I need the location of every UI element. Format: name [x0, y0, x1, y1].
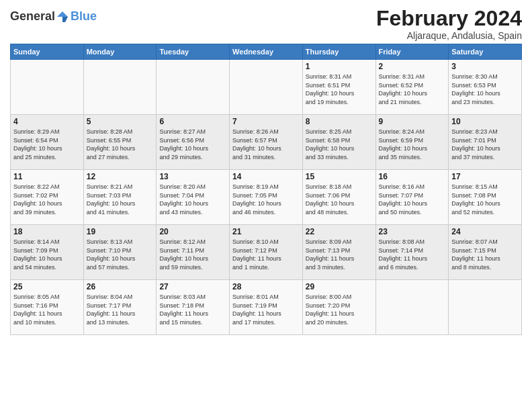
day-number: 6 [159, 117, 226, 126]
weekday-header-thursday: Thursday [302, 44, 375, 60]
calendar-week-row: 11Sunrise: 8:22 AM Sunset: 7:02 PM Dayli… [11, 170, 522, 225]
day-info: Sunrise: 8:09 AM Sunset: 7:13 PM Dayligh… [306, 238, 373, 271]
logo-icon [56, 10, 69, 24]
calendar-cell: 18Sunrise: 8:14 AM Sunset: 7:09 PM Dayli… [11, 225, 84, 280]
calendar-cell [449, 280, 522, 335]
main-title: February 2024 [376, 7, 522, 30]
day-number: 23 [379, 227, 446, 236]
day-info: Sunrise: 8:14 AM Sunset: 7:09 PM Dayligh… [13, 238, 81, 271]
day-number: 13 [159, 172, 226, 181]
calendar-cell [83, 60, 157, 115]
calendar-cell: 6Sunrise: 8:27 AM Sunset: 6:56 PM Daylig… [157, 115, 230, 170]
logo: General Blue [10, 9, 97, 24]
day-info: Sunrise: 8:00 AM Sunset: 7:20 PM Dayligh… [306, 293, 373, 326]
calendar-cell: 29Sunrise: 8:00 AM Sunset: 7:20 PM Dayli… [302, 280, 375, 335]
day-number: 17 [451, 172, 519, 181]
day-info: Sunrise: 8:08 AM Sunset: 7:14 PM Dayligh… [379, 238, 446, 271]
day-info: Sunrise: 8:24 AM Sunset: 6:59 PM Dayligh… [379, 128, 446, 161]
calendar-cell: 9Sunrise: 8:24 AM Sunset: 6:59 PM Daylig… [375, 115, 449, 170]
day-number: 27 [159, 282, 226, 291]
day-number: 3 [451, 62, 519, 71]
subtitle: Aljaraque, Andalusia, Spain [376, 30, 522, 41]
day-info: Sunrise: 8:31 AM Sunset: 6:52 PM Dayligh… [379, 73, 446, 106]
day-info: Sunrise: 8:31 AM Sunset: 6:51 PM Dayligh… [306, 73, 373, 106]
calendar-cell: 1Sunrise: 8:31 AM Sunset: 6:51 PM Daylig… [302, 60, 375, 115]
day-info: Sunrise: 8:22 AM Sunset: 7:02 PM Dayligh… [13, 183, 81, 216]
day-number: 18 [13, 227, 81, 236]
day-number: 4 [13, 117, 81, 126]
calendar-cell [375, 280, 449, 335]
calendar-cell: 25Sunrise: 8:05 AM Sunset: 7:16 PM Dayli… [11, 280, 84, 335]
day-number: 1 [306, 62, 373, 71]
day-info: Sunrise: 8:10 AM Sunset: 7:12 PM Dayligh… [232, 238, 300, 271]
day-number: 8 [306, 117, 373, 126]
day-number: 28 [232, 282, 300, 291]
day-info: Sunrise: 8:30 AM Sunset: 6:53 PM Dayligh… [451, 73, 519, 106]
day-number: 16 [379, 172, 446, 181]
weekday-header-friday: Friday [375, 44, 449, 60]
day-number: 15 [306, 172, 373, 181]
day-info: Sunrise: 8:27 AM Sunset: 6:56 PM Dayligh… [159, 128, 226, 161]
calendar-cell: 16Sunrise: 8:16 AM Sunset: 7:07 PM Dayli… [375, 170, 449, 225]
svg-marker-1 [62, 17, 68, 22]
day-info: Sunrise: 8:21 AM Sunset: 7:03 PM Dayligh… [87, 183, 154, 216]
logo-blue: Blue [71, 9, 97, 24]
calendar-cell: 22Sunrise: 8:09 AM Sunset: 7:13 PM Dayli… [302, 225, 375, 280]
logo-general: General [10, 9, 55, 24]
calendar-body: 1Sunrise: 8:31 AM Sunset: 6:51 PM Daylig… [11, 60, 522, 335]
day-info: Sunrise: 8:20 AM Sunset: 7:04 PM Dayligh… [159, 183, 226, 216]
day-number: 19 [87, 227, 154, 236]
calendar-cell: 8Sunrise: 8:25 AM Sunset: 6:58 PM Daylig… [302, 115, 375, 170]
day-info: Sunrise: 8:13 AM Sunset: 7:10 PM Dayligh… [87, 238, 154, 271]
day-info: Sunrise: 8:28 AM Sunset: 6:55 PM Dayligh… [87, 128, 154, 161]
day-number: 20 [159, 227, 226, 236]
day-info: Sunrise: 8:23 AM Sunset: 7:01 PM Dayligh… [451, 128, 519, 161]
weekday-header-saturday: Saturday [449, 44, 522, 60]
calendar-cell: 24Sunrise: 8:07 AM Sunset: 7:15 PM Dayli… [449, 225, 522, 280]
calendar-cell: 5Sunrise: 8:28 AM Sunset: 6:55 PM Daylig… [83, 115, 157, 170]
weekday-header-wednesday: Wednesday [230, 44, 303, 60]
day-info: Sunrise: 8:26 AM Sunset: 6:57 PM Dayligh… [232, 128, 300, 161]
day-info: Sunrise: 8:05 AM Sunset: 7:16 PM Dayligh… [13, 293, 81, 326]
calendar-cell: 10Sunrise: 8:23 AM Sunset: 7:01 PM Dayli… [449, 115, 522, 170]
day-number: 11 [13, 172, 81, 181]
day-info: Sunrise: 8:03 AM Sunset: 7:18 PM Dayligh… [159, 293, 226, 326]
calendar-cell [230, 60, 303, 115]
calendar-cell: 2Sunrise: 8:31 AM Sunset: 6:52 PM Daylig… [375, 60, 449, 115]
calendar-cell: 19Sunrise: 8:13 AM Sunset: 7:10 PM Dayli… [83, 225, 157, 280]
calendar-cell: 15Sunrise: 8:18 AM Sunset: 7:06 PM Dayli… [302, 170, 375, 225]
day-number: 29 [306, 282, 373, 291]
calendar-cell: 11Sunrise: 8:22 AM Sunset: 7:02 PM Dayli… [11, 170, 84, 225]
calendar-table: SundayMondayTuesdayWednesdayThursdayFrid… [10, 44, 522, 335]
day-number: 12 [87, 172, 154, 181]
calendar-week-row: 1Sunrise: 8:31 AM Sunset: 6:51 PM Daylig… [11, 60, 522, 115]
day-number: 9 [379, 117, 446, 126]
day-info: Sunrise: 8:04 AM Sunset: 7:17 PM Dayligh… [87, 293, 154, 326]
calendar-cell: 27Sunrise: 8:03 AM Sunset: 7:18 PM Dayli… [157, 280, 230, 335]
day-number: 14 [232, 172, 300, 181]
day-number: 5 [87, 117, 154, 126]
day-info: Sunrise: 8:19 AM Sunset: 7:05 PM Dayligh… [232, 183, 300, 216]
calendar-cell: 7Sunrise: 8:26 AM Sunset: 6:57 PM Daylig… [230, 115, 303, 170]
calendar-cell: 26Sunrise: 8:04 AM Sunset: 7:17 PM Dayli… [83, 280, 157, 335]
weekday-header-sunday: Sunday [11, 44, 84, 60]
day-number: 22 [306, 227, 373, 236]
weekday-header-monday: Monday [83, 44, 157, 60]
header: General Blue February 2024 Aljaraque, An… [10, 7, 522, 41]
calendar-cell: 13Sunrise: 8:20 AM Sunset: 7:04 PM Dayli… [157, 170, 230, 225]
day-info: Sunrise: 8:29 AM Sunset: 6:54 PM Dayligh… [13, 128, 81, 161]
day-number: 10 [451, 117, 519, 126]
day-info: Sunrise: 8:01 AM Sunset: 7:19 PM Dayligh… [232, 293, 300, 326]
calendar-cell: 28Sunrise: 8:01 AM Sunset: 7:19 PM Dayli… [230, 280, 303, 335]
day-number: 2 [379, 62, 446, 71]
calendar-cell [157, 60, 230, 115]
day-info: Sunrise: 8:15 AM Sunset: 7:08 PM Dayligh… [451, 183, 519, 216]
page-container: General Blue February 2024 Aljaraque, An… [0, 0, 532, 338]
calendar-cell: 3Sunrise: 8:30 AM Sunset: 6:53 PM Daylig… [449, 60, 522, 115]
day-number: 24 [451, 227, 519, 236]
day-number: 21 [232, 227, 300, 236]
weekday-header-row: SundayMondayTuesdayWednesdayThursdayFrid… [11, 44, 522, 60]
calendar-cell: 20Sunrise: 8:12 AM Sunset: 7:11 PM Dayli… [157, 225, 230, 280]
svg-marker-0 [57, 11, 68, 17]
calendar-cell: 14Sunrise: 8:19 AM Sunset: 7:05 PM Dayli… [230, 170, 303, 225]
